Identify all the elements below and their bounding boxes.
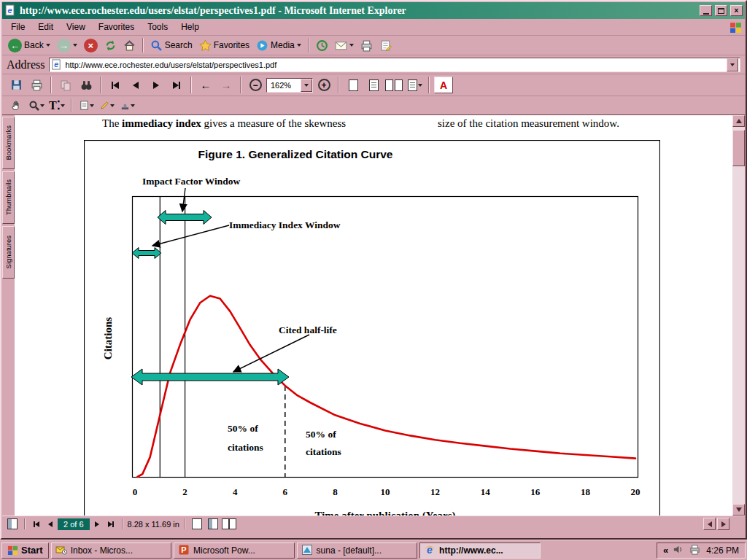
tab-thumbnails[interactable]: Thumbnails <box>2 171 15 224</box>
stamp-dropdown-icon[interactable] <box>131 104 135 107</box>
home-button[interactable] <box>120 38 139 53</box>
status-next-page-button[interactable] <box>91 518 103 531</box>
note-dropdown-icon[interactable] <box>90 104 94 107</box>
suna-icon <box>301 544 314 556</box>
tab-signatures[interactable]: Signatures <box>2 226 15 279</box>
plot-border <box>133 197 638 478</box>
minimize-button[interactable] <box>700 5 712 16</box>
vertical-scrollbar[interactable] <box>732 115 745 516</box>
svg-text:10: 10 <box>381 486 390 497</box>
task-powerpoint[interactable]: P Microsoft Pow... <box>174 542 294 559</box>
zoom-level-box[interactable]: 162% <box>266 78 313 93</box>
pct-right-label-1: 50% of <box>306 429 336 440</box>
history-button[interactable] <box>313 38 331 53</box>
media-dropdown-icon[interactable] <box>297 44 301 47</box>
address-input[interactable]: e http://www.ece.rochester.edu/users/els… <box>49 58 740 72</box>
media-button[interactable]: Media <box>253 38 304 53</box>
previous-view-button[interactable]: ← <box>196 77 215 93</box>
printer-tray-icon[interactable] <box>689 544 702 556</box>
forward-dropdown-icon[interactable] <box>73 44 77 47</box>
next-page-button[interactable] <box>147 77 166 93</box>
scroll-right-button[interactable] <box>717 518 729 530</box>
last-page-button[interactable] <box>167 77 186 93</box>
ie-toolbar: ← Back → × Search Favorites Media <box>2 36 745 55</box>
menu-help[interactable]: Help <box>175 20 205 34</box>
rotate-view-button[interactable] <box>405 77 424 93</box>
hand-tool-button[interactable] <box>7 97 26 114</box>
menu-favorites[interactable]: Favorites <box>93 20 140 34</box>
search-button[interactable]: Search <box>147 38 196 53</box>
pencil-tool-button[interactable] <box>97 97 116 114</box>
menu-view[interactable]: View <box>61 20 91 34</box>
scroll-left-button[interactable] <box>703 518 716 530</box>
stop-button[interactable]: × <box>81 37 101 54</box>
history-icon <box>316 39 328 52</box>
forward-button[interactable]: → <box>54 37 80 54</box>
acrobat-logo-button[interactable]: A <box>434 77 453 93</box>
status-first-page-button[interactable] <box>30 518 43 531</box>
fit-width-button[interactable] <box>384 77 403 93</box>
svg-text:2: 2 <box>182 486 187 497</box>
actual-size-button[interactable] <box>344 77 363 93</box>
first-page-button[interactable] <box>106 77 125 93</box>
pencil-icon <box>99 100 110 111</box>
pencil-dropdown-icon[interactable] <box>110 104 115 107</box>
zoom-tool-dropdown-icon[interactable] <box>40 104 44 107</box>
mail-dropdown-icon[interactable] <box>349 44 354 47</box>
back-dropdown-icon[interactable] <box>46 44 50 47</box>
scrollbar-thumb[interactable] <box>732 130 745 166</box>
previous-page-button[interactable] <box>126 77 145 93</box>
zoom-tool-button[interactable] <box>27 97 46 114</box>
continuous-layout-button[interactable] <box>206 518 220 531</box>
print-button[interactable] <box>357 38 376 53</box>
single-page-layout-button[interactable] <box>190 518 204 531</box>
task-suna[interactable]: suna - [default]... <box>297 542 417 559</box>
close-button[interactable]: × <box>730 5 743 16</box>
scroll-down-button[interactable] <box>732 504 745 516</box>
refresh-button[interactable] <box>101 38 120 53</box>
menu-edit[interactable]: Edit <box>32 20 59 34</box>
facing-layout-button[interactable] <box>222 518 236 531</box>
next-view-button[interactable]: → <box>217 77 236 93</box>
citation-curve <box>137 296 635 477</box>
pdf-print-button[interactable] <box>27 77 46 93</box>
page-indicator[interactable]: 2 of 6 <box>58 518 90 530</box>
text-select-tool-button[interactable]: T⁚ <box>47 97 66 114</box>
zoom-in-button[interactable]: + <box>314 77 333 93</box>
favorites-button[interactable]: Favorites <box>196 38 252 53</box>
status-last-page-button[interactable] <box>104 518 117 531</box>
svg-text:20: 20 <box>631 486 640 497</box>
menu-tools[interactable]: Tools <box>142 20 174 34</box>
mail-button[interactable] <box>332 38 357 53</box>
edit-button[interactable] <box>376 38 395 53</box>
copy-button[interactable] <box>56 77 75 93</box>
address-dropdown-button[interactable] <box>727 58 738 71</box>
text-select-icon: T⁚ <box>49 98 61 112</box>
star-icon <box>199 39 212 52</box>
status-previous-page-button[interactable] <box>44 518 56 531</box>
ie-page-icon: e <box>4 4 17 17</box>
back-button[interactable]: ← Back <box>5 37 53 54</box>
task-ie-active[interactable]: e http://www.ec... <box>419 542 540 559</box>
volume-icon[interactable] <box>673 544 685 556</box>
restore-button[interactable] <box>715 5 727 16</box>
start-button[interactable]: Start <box>1 542 49 559</box>
find-button[interactable] <box>77 77 96 93</box>
note-tool-button[interactable] <box>77 97 96 114</box>
save-button[interactable] <box>7 77 26 93</box>
text-select-dropdown-icon[interactable] <box>61 104 65 107</box>
task-inbox[interactable]: Inbox - Micros... <box>51 542 171 559</box>
tab-bookmarks[interactable]: Bookmarks <box>2 117 15 169</box>
zoom-dropdown-button[interactable] <box>301 79 312 92</box>
zoom-out-button[interactable]: − <box>246 77 265 93</box>
pct-left-label-2: citations <box>228 442 263 453</box>
menu-file[interactable]: File <box>5 20 31 34</box>
windows-logo-icon <box>729 21 742 34</box>
nav-pane-toggle-button[interactable] <box>5 518 20 531</box>
fit-in-window-button[interactable] <box>364 77 383 93</box>
svg-text:14: 14 <box>481 486 491 497</box>
scroll-up-button[interactable] <box>732 115 745 127</box>
stamp-tool-button[interactable] <box>117 97 136 114</box>
media-icon <box>256 39 268 52</box>
tray-chevron[interactable]: « <box>663 545 668 556</box>
